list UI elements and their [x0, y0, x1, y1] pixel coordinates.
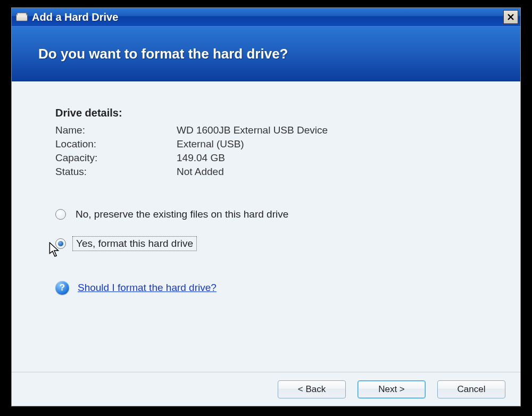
- detail-label-location: Location:: [55, 138, 177, 150]
- help-row: ? Should I format the hard drive?: [55, 281, 488, 295]
- window-title: Add a Hard Drive: [32, 11, 503, 23]
- details-title: Drive details:: [55, 107, 488, 119]
- cancel-button[interactable]: Cancel: [437, 380, 505, 398]
- page-heading: Do you want to format the hard drive?: [38, 46, 288, 62]
- radio-option-yes[interactable]: Yes, format this hard drive: [55, 236, 488, 251]
- close-icon: [507, 13, 514, 21]
- drive-icon: [16, 13, 28, 21]
- header-banner: Do you want to format the hard drive?: [12, 26, 520, 81]
- detail-label-status: Status:: [55, 166, 177, 178]
- detail-label-name: Name:: [55, 124, 177, 136]
- dialog-window: Add a Hard Drive Do you want to format t…: [11, 7, 521, 406]
- title-bar: Add a Hard Drive: [12, 8, 520, 26]
- detail-value-location: External (USB): [177, 138, 488, 150]
- detail-value-capacity: 149.04 GB: [177, 152, 488, 164]
- help-link[interactable]: Should I format the hard drive?: [78, 282, 217, 294]
- radio-icon: [55, 238, 66, 249]
- close-button[interactable]: [503, 10, 518, 24]
- radio-option-no[interactable]: No, preserve the existing files on this …: [55, 207, 488, 221]
- detail-value-name: WD 1600JB External USB Device: [177, 124, 488, 136]
- radio-label-yes: Yes, format this hard drive: [72, 236, 197, 251]
- help-icon: ?: [55, 281, 69, 295]
- button-bar: < Back Next > Cancel: [12, 372, 520, 406]
- back-button[interactable]: < Back: [278, 380, 346, 398]
- radio-label-no: No, preserve the existing files on this …: [72, 207, 292, 221]
- detail-value-status: Not Added: [177, 166, 488, 178]
- next-button[interactable]: Next >: [358, 380, 426, 398]
- detail-label-capacity: Capacity:: [55, 152, 177, 164]
- details-grid: Name: WD 1600JB External USB Device Loca…: [55, 124, 488, 178]
- radio-icon: [55, 209, 66, 220]
- content-area: Drive details: Name: WD 1600JB External …: [12, 81, 520, 372]
